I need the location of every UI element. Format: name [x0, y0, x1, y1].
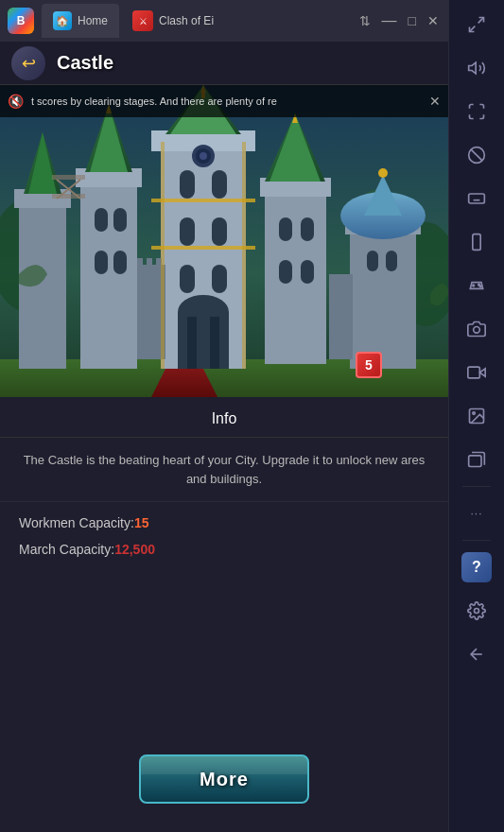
svg-rect-14	[113, 208, 127, 232]
march-label: March Capacity:	[19, 542, 114, 557]
game-tab-icon: ⚔	[132, 10, 153, 31]
sidebar-back-icon[interactable]	[456, 633, 497, 675]
page-title: Castle	[57, 52, 113, 74]
maximize-control[interactable]: □	[408, 13, 416, 28]
svg-rect-49	[386, 251, 397, 271]
svg-rect-90	[469, 456, 481, 467]
notification-text: t scores by clearing stages. And there a…	[31, 95, 422, 107]
svg-rect-39	[301, 260, 314, 284]
castle-illustration	[0, 85, 448, 397]
castle-image-area: 🔇 t scores by clearing stages. And there…	[0, 85, 448, 397]
notification-close-icon[interactable]: ✕	[429, 94, 441, 109]
svg-rect-34	[265, 189, 326, 364]
svg-marker-70	[469, 62, 477, 74]
svg-rect-53	[147, 258, 152, 269]
svg-rect-37	[301, 217, 314, 241]
workmen-value: 15	[134, 515, 149, 530]
march-value: 12,500	[114, 542, 155, 557]
camera-icon[interactable]	[456, 308, 497, 350]
svg-rect-73	[469, 194, 485, 203]
back-button[interactable]: ↩	[11, 46, 45, 80]
notification-bar: 🔇 t scores by clearing stages. And there…	[0, 85, 448, 117]
svg-rect-38	[279, 260, 292, 284]
svg-rect-16	[113, 251, 127, 274]
svg-rect-51	[329, 274, 353, 359]
svg-rect-29	[151, 246, 255, 250]
volume-icon[interactable]	[456, 47, 497, 89]
sound-icon: 🔇	[8, 94, 24, 109]
workmen-capacity-row: Workmen Capacity: 15	[19, 515, 429, 530]
svg-rect-43	[350, 227, 416, 369]
title-bar: B 🏠 Home ⚔ Clash of Ei ⇅ — □ ✕	[0, 0, 448, 42]
help-icon[interactable]: ?	[456, 546, 497, 588]
svg-point-89	[473, 412, 476, 415]
more-button-row: More	[0, 745, 448, 823]
svg-rect-11	[80, 180, 137, 369]
main-area: B 🏠 Home ⚔ Clash of Ei ⇅ — □ ✕ ↩ Castle	[0, 0, 448, 832]
tab-home[interactable]: 🏠 Home	[42, 4, 119, 38]
window-controls: ⇅ — □ ✕	[359, 12, 448, 29]
svg-line-68	[478, 18, 484, 24]
svg-rect-22	[180, 170, 195, 199]
svg-rect-25	[212, 217, 227, 246]
svg-rect-79	[473, 234, 480, 251]
disable-icon[interactable]	[456, 134, 497, 176]
march-capacity-row: March Capacity: 12,500	[19, 542, 429, 557]
svg-rect-23	[212, 170, 227, 199]
gallery-icon[interactable]	[456, 395, 497, 437]
right-sidebar: ··· ?	[448, 0, 504, 832]
info-description: The Castle is the beating heart of your …	[0, 438, 448, 502]
svg-line-69	[470, 26, 476, 32]
tab-game-label: Clash of Ei	[159, 14, 214, 27]
game-header: ↩ Castle	[0, 42, 448, 85]
svg-rect-87	[468, 367, 480, 378]
svg-rect-26	[180, 265, 195, 293]
fullscreen-icon[interactable]	[456, 91, 497, 132]
more-button-label: More	[200, 769, 249, 790]
tab-home-label: Home	[78, 14, 108, 27]
sidebar-divider-1	[462, 486, 491, 487]
level-number: 5	[365, 357, 373, 373]
svg-rect-36	[279, 217, 292, 241]
stats-section: Workmen Capacity: 15 March Capacity: 12,…	[0, 502, 448, 570]
close-control[interactable]: ✕	[427, 13, 439, 28]
svg-point-67	[200, 152, 207, 160]
svg-rect-64	[242, 142, 246, 369]
more-options-icon[interactable]: ···	[456, 493, 497, 534]
info-title: Info	[212, 410, 237, 426]
svg-line-72	[471, 149, 482, 161]
keyboard-icon[interactable]	[456, 178, 497, 219]
svg-rect-15	[95, 251, 108, 274]
more-button[interactable]: More	[139, 754, 309, 804]
svg-rect-63	[161, 142, 165, 369]
help-icon-badge: ?	[461, 552, 492, 582]
svg-rect-57	[187, 317, 197, 369]
svg-rect-27	[212, 265, 227, 293]
gamepad-icon[interactable]	[456, 265, 497, 306]
svg-rect-48	[367, 251, 378, 271]
svg-rect-52	[137, 258, 143, 269]
svg-point-85	[474, 327, 480, 334]
svg-point-47	[378, 168, 388, 178]
expand-icon[interactable]	[456, 4, 497, 45]
svg-point-84	[479, 286, 481, 287]
workmen-label: Workmen Capacity:	[19, 515, 134, 530]
svg-rect-58	[210, 317, 219, 369]
bluestacks-logo: B	[8, 8, 34, 34]
info-panel: Info The Castle is the beating heart of …	[0, 397, 448, 832]
home-tab-icon: 🏠	[53, 11, 72, 30]
record-icon[interactable]	[456, 352, 497, 393]
svg-rect-13	[95, 208, 108, 232]
transfer-control[interactable]: ⇅	[359, 13, 371, 28]
tab-list: B 🏠 Home ⚔ Clash of Ei	[0, 4, 231, 38]
phone-mode-icon[interactable]	[456, 221, 497, 263]
multi-instance-icon[interactable]	[456, 439, 497, 480]
svg-rect-28	[151, 199, 255, 202]
svg-rect-62	[52, 194, 85, 199]
tab-game[interactable]: ⚔ Clash of Ei	[123, 4, 223, 38]
settings-icon[interactable]	[456, 590, 497, 632]
sidebar-divider-2	[462, 540, 491, 541]
svg-point-56	[178, 295, 229, 329]
minimize-control[interactable]: —	[382, 12, 397, 29]
svg-rect-24	[180, 217, 195, 246]
